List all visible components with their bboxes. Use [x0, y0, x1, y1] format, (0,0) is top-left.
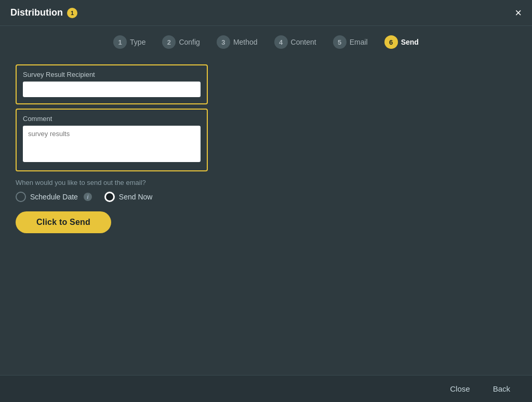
step-2-label: Config	[179, 38, 200, 46]
step-5-label: Email	[350, 38, 368, 46]
step-type[interactable]: 1 Type	[105, 35, 154, 49]
radio-row: Schedule Date i Send Now	[16, 192, 516, 202]
step-6-circle: 6	[384, 35, 398, 49]
step-6-label: Send	[401, 38, 419, 46]
comment-textarea[interactable]	[23, 126, 201, 162]
modal-title: Distribution	[10, 7, 63, 18]
steps-bar: 1 Type 2 Config 3 Method 4 Content 5 Ema…	[0, 26, 532, 54]
step-4-circle: 4	[274, 35, 288, 49]
recipient-label: Survey Result Recipient	[23, 71, 201, 78]
modal-header: Distribution 1 ×	[0, 0, 532, 26]
schedule-date-radio[interactable]	[16, 192, 26, 202]
schedule-info-icon: i	[84, 193, 92, 201]
step-1-label: Type	[130, 38, 145, 46]
schedule-date-label: Schedule Date	[30, 193, 78, 201]
main-content: Survey Result Recipient Comment When wou…	[0, 54, 532, 375]
step-5-circle: 5	[333, 35, 347, 49]
step-4-label: Content	[291, 38, 316, 46]
close-icon[interactable]: ×	[515, 7, 522, 19]
close-button[interactable]: Close	[444, 381, 476, 396]
step-3-label: Method	[233, 38, 258, 46]
recipient-box: Survey Result Recipient	[16, 64, 208, 104]
step-send[interactable]: 6 Send	[376, 35, 427, 49]
send-now-label: Send Now	[119, 193, 153, 201]
step-method[interactable]: 3 Method	[208, 35, 266, 49]
step-3-circle: 3	[217, 35, 230, 49]
step-config[interactable]: 2 Config	[154, 35, 208, 49]
back-button[interactable]: Back	[487, 381, 516, 396]
send-question: When would you like to send out the emai…	[16, 179, 516, 186]
step-email[interactable]: 5 Email	[325, 35, 376, 49]
step-1-circle: 1	[113, 35, 127, 49]
step-2-circle: 2	[162, 35, 176, 49]
schedule-date-option[interactable]: Schedule Date i	[16, 192, 92, 202]
modal-footer: Close Back	[0, 375, 532, 402]
send-now-radio[interactable]	[104, 192, 115, 202]
title-area: Distribution 1	[10, 7, 77, 18]
comment-box: Comment	[16, 109, 208, 171]
send-now-option[interactable]: Send Now	[104, 192, 153, 202]
comment-label: Comment	[23, 115, 201, 123]
header-badge: 1	[67, 8, 77, 18]
recipient-input[interactable]	[23, 82, 201, 97]
step-content[interactable]: 4 Content	[266, 35, 325, 49]
click-to-send-button[interactable]: Click to Send	[16, 211, 111, 233]
